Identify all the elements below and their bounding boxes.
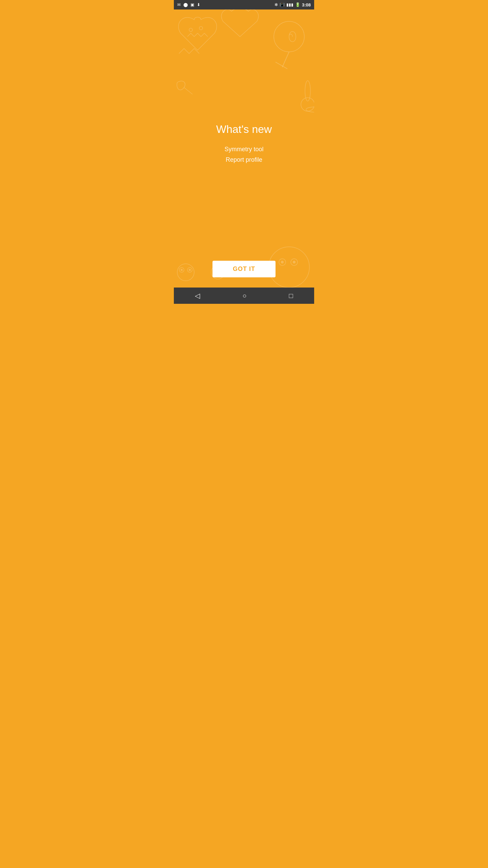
whats-new-title: What's new	[188, 123, 300, 136]
got-it-button[interactable]: GOT IT	[212, 261, 276, 277]
home-nav-icon[interactable]: ○	[242, 292, 246, 300]
svg-point-12	[189, 269, 191, 271]
bluetooth-icon: ✻	[274, 2, 278, 7]
svg-point-16	[281, 261, 284, 263]
got-it-container: GOT IT	[212, 261, 276, 277]
status-bar-left: ✉ ⬤ ▣ ⬇	[177, 2, 200, 7]
whatsapp-icon: ⬤	[183, 2, 188, 7]
main-content: What's new Symmetry tool Report profile …	[174, 9, 314, 288]
svg-point-1	[199, 26, 203, 30]
vibrate-icon: 📳	[280, 2, 285, 7]
symmetry-tool-text: Symmetry tool	[188, 146, 300, 153]
recents-nav-icon[interactable]: □	[289, 292, 293, 300]
status-bar-right: ✻ 📳 ▮▮▮ 🔋 3:08	[274, 2, 311, 7]
center-content: What's new Symmetry tool Report profile	[188, 123, 300, 167]
download-icon: ⬇	[197, 2, 200, 7]
nav-bar: ◁ ○ □	[174, 288, 314, 304]
svg-point-5	[301, 98, 314, 111]
svg-point-11	[181, 269, 183, 271]
svg-line-4	[276, 62, 287, 69]
status-time: 3:08	[302, 2, 311, 7]
svg-point-17	[293, 261, 296, 263]
gmail-icon: ✉	[177, 2, 181, 7]
report-profile-text: Report profile	[188, 156, 300, 163]
back-nav-icon[interactable]: ◁	[195, 292, 200, 300]
battery-icon: 🔋	[295, 2, 300, 7]
svg-point-0	[189, 28, 192, 32]
photos-icon: ▣	[190, 2, 194, 7]
svg-point-6	[305, 81, 310, 101]
svg-point-8	[177, 264, 194, 281]
status-bar: ✉ ⬤ ▣ ⬇ ✻ 📳 ▮▮▮ 🔋 3:08	[174, 0, 314, 9]
signal-icon: ▮▮▮	[286, 2, 293, 7]
svg-line-3	[282, 52, 289, 67]
